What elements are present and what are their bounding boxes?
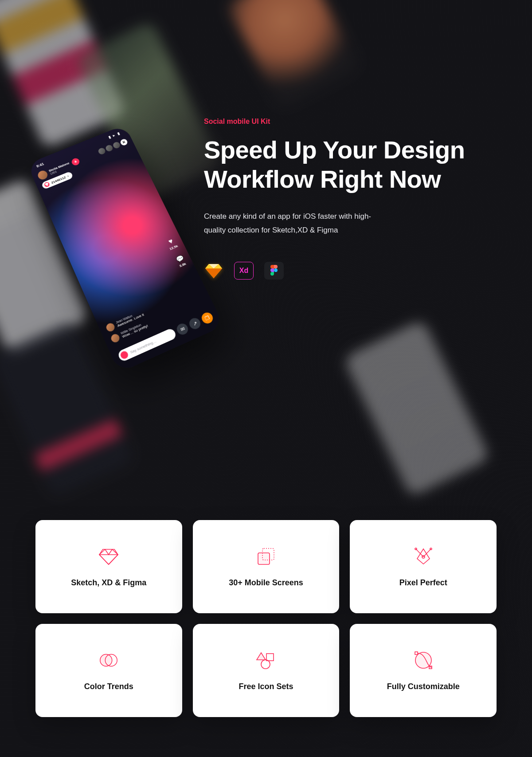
feature-card-color-trends: Color Trends (35, 624, 182, 717)
svg-point-6 (100, 654, 112, 666)
feature-card-fully-customizable: Fully Customizable (350, 624, 497, 717)
chevron-right-icon: › (67, 174, 70, 177)
feature-label: Pixel Perfect (399, 578, 447, 587)
adobe-xd-icon: Xd (234, 262, 254, 280)
bg-mockup-call (226, 0, 360, 109)
figma-icon (264, 262, 284, 280)
feature-card-mobile-screens: 30+ Mobile Screens (193, 520, 340, 613)
feature-label: Color Trends (84, 682, 133, 691)
feature-label: Fully Customizable (387, 682, 460, 691)
tool-row: Xd (204, 262, 479, 280)
shapes-icon (256, 650, 276, 670)
feature-card-pixel-perfect: Pixel Perfect (350, 520, 497, 613)
feature-grid: Sketch, XD & Figma 30+ Mobile Screens Pi… (35, 520, 497, 717)
bezier-icon (413, 650, 434, 670)
feature-card-free-icon-sets: Free Icon Sets (193, 624, 340, 717)
svg-point-0 (274, 268, 278, 272)
color-circles-icon (98, 650, 119, 670)
hero-headline: Speed Up Your Design Workflow Right Now (204, 135, 479, 194)
hero-kicker: Social mobile UI Kit (204, 118, 479, 126)
feature-label: 30+ Mobile Screens (229, 578, 303, 587)
feature-card-sketch-xd-figma: Sketch, XD & Figma (35, 520, 182, 613)
diamond-icon (98, 546, 119, 567)
bg-mockup-list (343, 319, 491, 497)
feature-label: Sketch, XD & Figma (71, 578, 146, 587)
emoji-icon (119, 350, 129, 360)
pen-tool-icon (413, 546, 434, 567)
feature-label: Free Icon Sets (239, 682, 293, 691)
svg-rect-2 (258, 553, 270, 564)
sketch-icon (204, 262, 223, 280)
svg-rect-8 (266, 654, 274, 661)
svg-point-9 (261, 660, 270, 669)
screens-icon (256, 546, 276, 567)
gem-icon (43, 181, 50, 188)
hero-description: Create any kind of an app for iOS faster… (204, 210, 390, 237)
svg-rect-11 (415, 652, 418, 654)
